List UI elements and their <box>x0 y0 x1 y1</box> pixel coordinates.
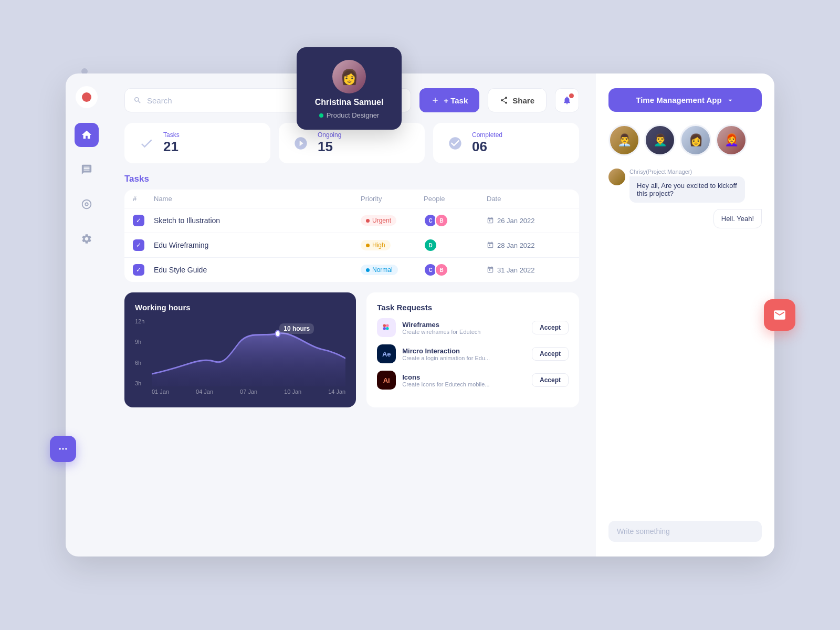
chart-y-labels: 12h 9h 6h 3h <box>135 318 144 386</box>
col-hash: # <box>133 195 154 203</box>
gear-icon <box>81 233 92 245</box>
chat-sender: Chrisy(Project Manager) <box>629 169 745 175</box>
profile-role-row: Product Designer <box>319 111 379 119</box>
svg-point-6 <box>62 448 64 449</box>
mail-button[interactable] <box>764 299 795 331</box>
chart-svg <box>152 318 345 386</box>
task-people-2: D <box>424 238 487 252</box>
hours-tooltip: 10 hours <box>279 323 314 334</box>
tasks-icon <box>137 134 156 153</box>
calendar-icon <box>487 217 494 224</box>
add-task-button[interactable]: + Task <box>419 88 479 112</box>
project-name: Time Management App <box>636 96 721 104</box>
svg-point-7 <box>65 448 67 449</box>
tr-sub-3: Create Icons for Edutech mobile... <box>402 381 526 387</box>
chat-content: Chrisy(Project Manager) Hey all, Are you… <box>629 169 745 203</box>
ongoing-info: Ongoing 15 <box>318 131 341 155</box>
task-checkbox-2[interactable]: ✓ <box>133 239 144 251</box>
completed-info: Completed 06 <box>472 131 502 155</box>
profile-role: Product Designer <box>327 111 379 119</box>
task-date-2: 28 Jan 2022 <box>487 242 571 249</box>
stat-tasks: Tasks 21 <box>124 123 270 163</box>
priority-badge-high: High <box>361 240 391 250</box>
tasks-header: # Name Priority People Date <box>124 190 579 208</box>
tr-icon-ae: Ae <box>377 344 396 363</box>
accept-button-2[interactable]: Accept <box>532 347 569 361</box>
task-people-1: C B <box>424 214 487 227</box>
team-avatar-3: 👩 <box>680 124 711 156</box>
task-priority-3: Normal <box>361 265 424 276</box>
profile-avatar: 👩 <box>332 60 366 93</box>
notification-badge <box>569 93 574 98</box>
col-date: Date <box>487 195 571 203</box>
task-name-1: Sketch to Illustration <box>154 216 361 225</box>
bottom-row: Working hours 12h 9h 6h 3h 10 hours <box>124 292 579 407</box>
ongoing-icon <box>291 134 310 153</box>
dots-icon <box>58 444 68 454</box>
tasks-value: 21 <box>163 139 180 155</box>
task-name-2: Edu Wireframing <box>154 241 361 249</box>
priority-badge-urgent: Urgent <box>361 215 396 226</box>
svg-point-3 <box>383 327 386 330</box>
tasks-label: Tasks <box>163 131 180 139</box>
task-checkbox-1[interactable]: ✓ <box>133 215 144 226</box>
ongoing-value: 15 <box>318 139 341 155</box>
team-avatar-4: 👩‍🦰 <box>716 124 747 156</box>
urgent-dot <box>366 219 370 223</box>
tasks-title: Tasks <box>124 174 579 184</box>
profile-name: Christina Samuel <box>315 98 384 107</box>
accept-button-1[interactable]: Accept <box>532 321 569 334</box>
task-requests-title: Task Requests <box>377 303 569 312</box>
tr-sub-1: Create wireframes for Edutech <box>402 329 526 335</box>
col-priority: Priority <box>361 195 424 203</box>
working-hours-title: Working hours <box>135 303 345 312</box>
list-item: Ai Icons Create Icons for Edutech mobile… <box>377 371 569 390</box>
working-hours-card: Working hours 12h 9h 6h 3h 10 hours <box>124 292 356 407</box>
avatar-b-3: B <box>435 263 448 277</box>
svg-point-1 <box>383 324 386 328</box>
chat-message-right: Hell. Yeah! <box>608 209 762 228</box>
search-placeholder: Search <box>147 96 172 105</box>
table-row: ✓ Edu Wireframing High D 28 Jan 2022 <box>124 233 579 257</box>
chat-icon <box>81 164 92 175</box>
sidebar-item-goals[interactable] <box>75 192 99 216</box>
list-item: Ae Mircro Interaction Create a login ani… <box>377 344 569 363</box>
main-card: Search + Task Share Tasks <box>66 74 774 556</box>
task-priority-2: High <box>361 240 424 251</box>
normal-dot <box>366 268 370 272</box>
tasks-section: Tasks # Name Priority People Date ✓ Sket… <box>124 174 579 282</box>
team-avatars: 👨‍💼 👨‍🦱 👩 👩‍🦰 <box>608 120 762 160</box>
sidebar <box>66 74 108 556</box>
project-selector[interactable]: Time Management App <box>608 88 762 112</box>
chat-placeholder: Write something <box>617 527 670 536</box>
accept-button-3[interactable]: Accept <box>532 373 569 387</box>
tr-info-interaction: Mircro Interaction Create a login animat… <box>402 347 526 361</box>
notifications-button[interactable] <box>555 88 579 112</box>
chart-x-labels: 01 Jan 04 Jan 07 Jan 10 Jan 14 Jan <box>135 388 345 395</box>
mail-icon <box>773 308 786 322</box>
task-checkbox-3[interactable]: ✓ <box>133 264 144 276</box>
team-avatar-2: 👨‍🦱 <box>644 124 676 156</box>
svg-point-4 <box>386 327 389 330</box>
task-requests-card: Task Requests Wireframes Create wirefram… <box>366 292 579 407</box>
profile-popup: 👩 Christina Samuel Product Designer <box>297 47 402 130</box>
sidebar-item-settings[interactable] <box>75 227 99 251</box>
share-button[interactable]: Share <box>488 88 547 112</box>
completed-label: Completed <box>472 131 502 139</box>
task-people-3: C B <box>424 263 487 277</box>
right-panel: Time Management App 👨‍💼 👨‍🦱 👩 👩‍🦰 Chrisy… <box>596 74 774 556</box>
sidebar-item-chat[interactable] <box>75 158 99 182</box>
task-priority-1: Urgent <box>361 215 424 226</box>
tr-icon-wireframes <box>377 318 396 337</box>
search-icon <box>133 96 142 104</box>
col-name: Name <box>154 195 361 203</box>
more-button[interactable] <box>50 436 76 462</box>
figma-icon <box>381 322 392 333</box>
chat-input[interactable]: Write something <box>608 521 762 542</box>
svg-point-2 <box>386 324 389 328</box>
calendar-icon <box>487 242 494 249</box>
calendar-icon <box>487 266 494 274</box>
sidebar-item-home[interactable] <box>75 123 99 147</box>
avatar-d-2: D <box>424 238 437 252</box>
tr-name-1: Wireframes <box>402 321 526 329</box>
